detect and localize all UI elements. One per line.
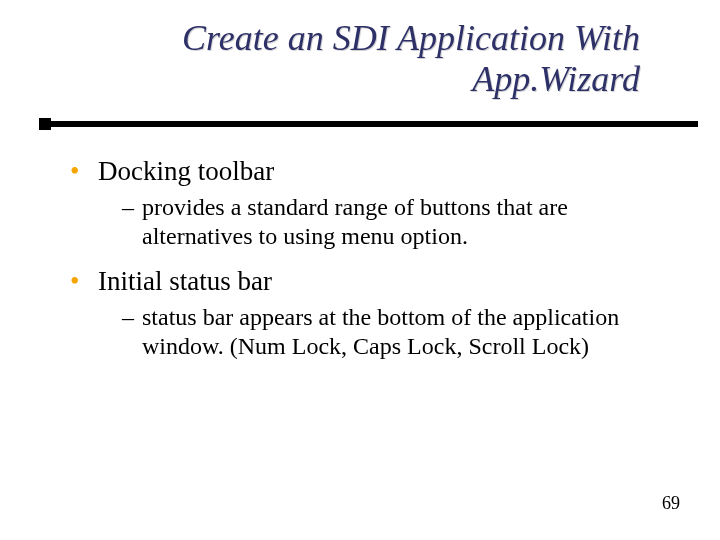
page-number: 69: [662, 493, 680, 514]
sub-list: status bar appears at the bottom of the …: [98, 303, 650, 361]
slide-body: Docking toolbar provides a standard rang…: [70, 155, 650, 375]
list-item: Initial status bar status bar appears at…: [70, 265, 650, 361]
sub-list-item: status bar appears at the bottom of the …: [122, 303, 650, 361]
horizontal-rule: [42, 121, 698, 127]
sub-bullet-text: status bar appears at the bottom of the …: [142, 304, 619, 359]
sub-list-item: provides a standard range of buttons tha…: [122, 193, 650, 251]
title-line-1: Create an SDI Application With: [182, 18, 640, 58]
slide-title: Create an SDI Application With App.Wizar…: [90, 18, 640, 101]
bullet-label: Initial status bar: [98, 266, 272, 296]
slide: Create an SDI Application With App.Wizar…: [0, 0, 720, 540]
bullet-list: Docking toolbar provides a standard rang…: [70, 155, 650, 361]
sub-bullet-text: provides a standard range of buttons tha…: [142, 194, 568, 249]
bullet-label: Docking toolbar: [98, 156, 274, 186]
sub-list: provides a standard range of buttons tha…: [98, 193, 650, 251]
title-line-2: App.Wizard: [472, 59, 640, 99]
list-item: Docking toolbar provides a standard rang…: [70, 155, 650, 251]
